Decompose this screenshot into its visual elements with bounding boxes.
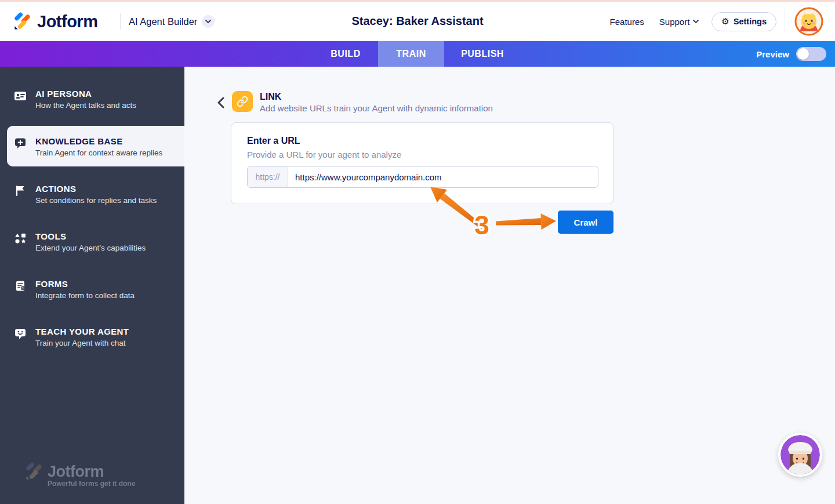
sidebar-item-forms[interactable]: FORMS Integrate form to collect data [0, 279, 184, 300]
sidebar-item-subtitle: Extend your Agent’s capabilities [35, 244, 146, 252]
main-content: LINK Add website URLs train your Agent w… [184, 67, 835, 504]
link-icon [232, 91, 253, 112]
chat-plus-icon [14, 137, 27, 150]
jotform-footer-tagline: Powerful forms get it done [48, 480, 135, 488]
tab-publish[interactable]: PUBLISH [444, 41, 521, 67]
sidebar-item-subtitle: How the Agent talks and acts [35, 101, 136, 110]
sidebar-item-teach-your-agent[interactable]: TEACH YOUR AGENT Train your Agent with c… [0, 327, 184, 347]
app-header: Jotform AI Agent Builder Stacey: Baker A… [0, 2, 835, 41]
card-title: Enter a URL [247, 136, 300, 146]
chevron-down-icon [693, 20, 699, 24]
preview-label: Preview [756, 49, 789, 59]
sidebar-item-title: FORMS [35, 279, 135, 289]
sidebar-item-title: KNOWLEDGE BASE [35, 136, 162, 146]
preview-toggle[interactable] [796, 47, 826, 61]
gear-icon: ⚙ [721, 17, 729, 26]
sidebar-item-title: TOOLS [35, 231, 146, 241]
sidebar-item-actions[interactable]: ACTIONS Set conditions for replies and t… [0, 184, 184, 205]
sidebar-item-tools[interactable]: TOOLS Extend your Agent’s capabilities [0, 231, 184, 252]
section-description: Add website URLs train your Agent with d… [260, 103, 493, 113]
sidebar-item-title: TEACH YOUR AGENT [35, 327, 129, 336]
toggle-knob [797, 48, 809, 60]
sidebar-item-title: AI PERSONA [35, 89, 136, 99]
baker-avatar[interactable] [778, 433, 822, 477]
back-button[interactable] [213, 95, 227, 111]
features-link[interactable]: Features [610, 17, 644, 27]
chat-smiley-icon [14, 327, 27, 340]
jotform-footer-logo-icon [23, 461, 44, 482]
support-label: Support [659, 17, 690, 27]
sidebar-item-subtitle: Integrate form to collect data [35, 291, 135, 300]
sidebar-footer-logo: Jotform Powerful forms get it done [23, 461, 135, 488]
shapes-icon [14, 232, 27, 245]
url-input[interactable] [288, 166, 598, 187]
sidebar-item-subtitle: Train Agent for context aware replies [35, 148, 162, 157]
url-input-group: https:// [247, 166, 598, 188]
support-menu[interactable]: Support [659, 17, 699, 27]
build-train-publish-bar: BUILD TRAIN PUBLISH Preview [0, 41, 835, 67]
id-card-icon [14, 89, 27, 102]
form-attachment-icon [14, 280, 27, 292]
sidebar-item-subtitle: Train your Agent with chat [35, 339, 129, 347]
chevron-left-icon [217, 97, 224, 108]
section-title: LINK [260, 92, 281, 102]
flag-icon [14, 184, 27, 197]
header-vertical-separator [785, 10, 785, 33]
annotation-step-number: 3 [474, 210, 489, 240]
settings-label: Settings [734, 17, 767, 26]
crawl-button[interactable]: Crawl [558, 211, 613, 234]
arrow-to-crawl-button [496, 213, 556, 230]
jotform-footer-logo-text: Jotform [48, 463, 104, 481]
url-protocol-prefix: https:// [248, 166, 288, 187]
agent-avatar[interactable] [794, 7, 823, 36]
enter-url-card: Enter a URL Provide a URL for your agent… [231, 122, 613, 204]
tab-train[interactable]: TRAIN [378, 41, 444, 67]
settings-button[interactable]: ⚙ Settings [711, 12, 776, 31]
sidebar-item-subtitle: Set conditions for replies and tasks [35, 196, 157, 205]
sidebar: AI PERSONA How the Agent talks and acts … [0, 67, 184, 504]
sidebar-item-title: ACTIONS [35, 184, 157, 194]
card-subtitle: Provide a URL for your agent to analyze [247, 150, 401, 159]
sidebar-item-knowledge-base[interactable]: KNOWLEDGE BASE Train Agent for context a… [0, 136, 184, 157]
sidebar-item-ai-persona[interactable]: AI PERSONA How the Agent talks and acts [0, 89, 184, 110]
tab-build[interactable]: BUILD [313, 41, 378, 67]
